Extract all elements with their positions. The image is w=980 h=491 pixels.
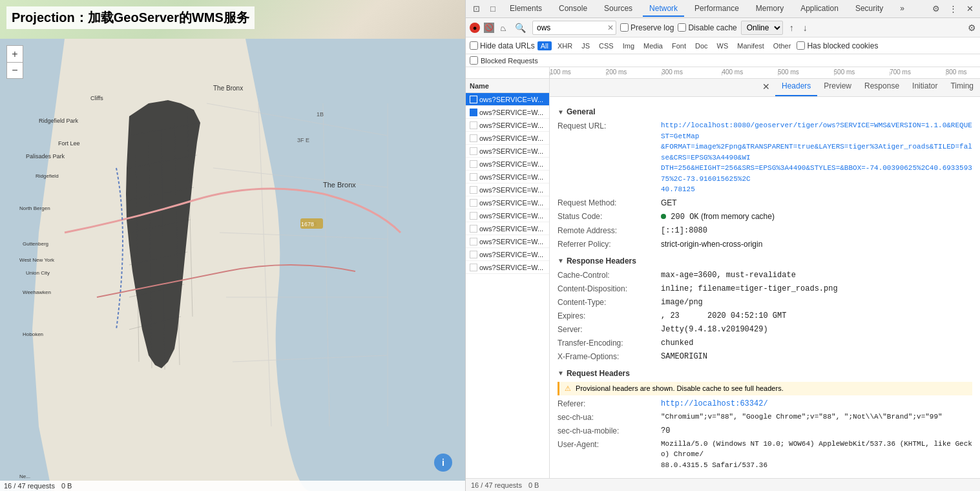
map-background: + −: [0, 0, 465, 491]
request-checkbox[interactable]: [470, 134, 477, 142]
request-name: ows?SERVICE=W...: [479, 147, 543, 155]
preserve-log-checkbox-label[interactable]: Preserve log: [620, 23, 674, 32]
settings-icon[interactable]: ⚙: [930, 3, 943, 16]
filter-tag-manifest[interactable]: Manifest: [734, 41, 767, 50]
tab-headers[interactable]: Headers: [775, 79, 817, 96]
tab-sources[interactable]: Sources: [598, 1, 639, 17]
filter-tag-font[interactable]: Font: [669, 41, 689, 50]
map-status-bar: 16 / 47 requests 0 B: [0, 481, 465, 491]
svg-text:3F E: 3F E: [297, 137, 309, 143]
throttle-select[interactable]: Online: [741, 21, 783, 35]
request-name: ows?SERVICE=W...: [479, 173, 543, 181]
record-button[interactable]: ●: [470, 23, 480, 33]
blocked-requests-checkbox[interactable]: [470, 56, 478, 65]
user-agent-value: Mozilla/5.0 (Windows NT 10.0; WOW64) App…: [661, 439, 972, 471]
referrer-policy-row: Referrer Policy: strict-origin-when-cros…: [558, 238, 972, 250]
request-item[interactable]: ows?SERVICE=W...: [466, 93, 549, 106]
general-section-header[interactable]: ▼ General: [558, 107, 972, 116]
request-checkbox[interactable]: [470, 173, 477, 181]
tab-application[interactable]: Application: [794, 1, 845, 17]
request-url-row: Request URL: http://localhost:8080/geose…: [558, 120, 972, 195]
import-icon[interactable]: ↑: [787, 21, 797, 34]
map-info-button[interactable]: i: [434, 454, 452, 472]
referrer-policy-label: Referrer Policy:: [558, 238, 661, 250]
tab-response[interactable]: Response: [858, 79, 906, 96]
tab-memory[interactable]: Memory: [749, 1, 790, 17]
filter-icon[interactable]: ⏢: [498, 21, 508, 34]
filter-input[interactable]: [532, 21, 616, 35]
tab-network[interactable]: Network: [643, 1, 684, 17]
clear-button[interactable]: 🚫: [484, 23, 494, 33]
request-item[interactable]: ows?SERVICE=W...: [466, 248, 549, 261]
request-checkbox[interactable]: [470, 96, 477, 103]
request-headers-section-header[interactable]: ▼ Request Headers: [558, 369, 972, 378]
filter-tag-doc[interactable]: Doc: [692, 41, 711, 50]
filter-clear-icon[interactable]: ✕: [607, 23, 614, 32]
device-toggle-icon[interactable]: ⊡: [470, 3, 483, 16]
request-checkbox[interactable]: [470, 147, 477, 155]
tab-security[interactable]: Security: [849, 1, 890, 17]
request-item[interactable]: ows?SERVICE=W...: [466, 171, 549, 183]
zoom-in-button[interactable]: +: [6, 45, 23, 62]
request-checkbox[interactable]: [470, 160, 477, 168]
has-blocked-cookies-checkbox[interactable]: [797, 41, 805, 50]
filter-tag-ws[interactable]: WS: [714, 41, 732, 50]
response-headers-section-header[interactable]: ▼ Response Headers: [558, 256, 972, 266]
sec-ch-ua-mobile-value: ?0: [661, 425, 670, 437]
filter-tag-img[interactable]: Img: [620, 41, 638, 50]
request-item[interactable]: ows?SERVICE=W...: [466, 158, 549, 171]
request-item[interactable]: ows?SERVICE=W...: [466, 235, 549, 248]
request-checkbox[interactable]: [470, 225, 477, 233]
request-item[interactable]: ows?SERVICE=W...: [466, 145, 549, 158]
request-checkbox[interactable]: [470, 212, 477, 220]
zoom-out-button[interactable]: −: [6, 62, 23, 79]
request-checkbox[interactable]: [470, 264, 477, 271]
search-icon[interactable]: 🔍: [512, 21, 528, 34]
tab-preview[interactable]: Preview: [817, 79, 858, 96]
request-item[interactable]: ows?SERVICE=W...: [466, 209, 549, 222]
request-item[interactable]: ows?SERVICE=W...: [466, 222, 549, 235]
disable-cache-checkbox[interactable]: [678, 23, 686, 32]
filter-tag-media[interactable]: Media: [640, 41, 666, 50]
preserve-log-checkbox[interactable]: [620, 23, 629, 32]
hide-data-urls-checkbox[interactable]: [470, 41, 478, 50]
tab-initiator[interactable]: Initiator: [906, 79, 944, 96]
request-item[interactable]: ows?SERVICE=W...: [466, 132, 549, 145]
sec-ch-ua-label: sec-ch-ua:: [558, 412, 661, 423]
tab-more[interactable]: »: [893, 1, 911, 17]
dock-icon[interactable]: □: [486, 3, 499, 16]
sec-ch-ua-value: "Chromium";v="88", "Google Chrome";v="88…: [661, 412, 943, 423]
request-checkbox[interactable]: [470, 199, 477, 207]
details-close-button[interactable]: ✕: [757, 79, 775, 96]
request-item[interactable]: ows?SERVICE=W...: [466, 196, 549, 209]
filter-tag-js[interactable]: JS: [578, 41, 593, 50]
request-item[interactable]: ows?SERVICE=W...: [466, 119, 549, 132]
tab-performance[interactable]: Performance: [688, 1, 745, 17]
request-name: ows?SERVICE=W...: [479, 134, 543, 142]
filter-tag-xhr[interactable]: XHR: [554, 41, 576, 50]
request-item[interactable]: ows?SERVICE=W...: [466, 183, 549, 196]
request-checkbox[interactable]: [470, 238, 477, 245]
request-checkbox[interactable]: [470, 109, 477, 116]
tab-elements[interactable]: Elements: [503, 1, 548, 17]
export-icon[interactable]: ↓: [800, 21, 810, 34]
request-item[interactable]: ows?SERVICE=W...: [466, 106, 549, 119]
request-checkbox[interactable]: [470, 121, 477, 129]
sec-ch-ua-row: sec-ch-ua: "Chromium";v="88", "Google Ch…: [558, 412, 972, 423]
map-svg: Cliffs Ridgefield Park Fort Lee Palisade…: [0, 39, 465, 491]
request-checkbox[interactable]: [470, 251, 477, 258]
tab-console[interactable]: Console: [552, 1, 594, 17]
filter-tag-other[interactable]: Other: [770, 41, 795, 50]
hide-data-urls-checkbox-label[interactable]: Hide data URLs: [470, 41, 535, 50]
request-checkbox[interactable]: [470, 186, 477, 194]
more-options-icon[interactable]: ⋮: [946, 3, 959, 16]
disable-cache-checkbox-label[interactable]: Disable cache: [678, 23, 736, 32]
network-settings-icon[interactable]: ⚙: [968, 23, 976, 33]
filter-tag-all[interactable]: All: [537, 41, 552, 50]
close-devtools-icon[interactable]: ✕: [963, 3, 976, 16]
request-item[interactable]: ows?SERVICE=W...: [466, 261, 549, 274]
filter-tag-css[interactable]: CSS: [596, 41, 617, 50]
tab-timing[interactable]: Timing: [944, 79, 980, 96]
timeline-tick-200ms: 200 ms: [606, 68, 627, 76]
has-blocked-cookies-label[interactable]: Has blocked cookies: [797, 41, 878, 50]
